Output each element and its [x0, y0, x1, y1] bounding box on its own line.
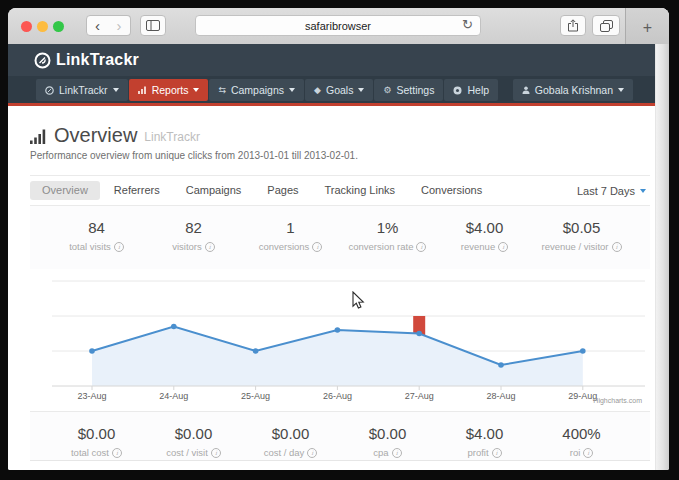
- stat-label: conversions: [259, 241, 310, 252]
- wrench-icon: ⚙: [383, 85, 391, 95]
- info-icon[interactable]: i: [498, 242, 508, 252]
- stats-row-top: 84 total visitsi 82 visitorsi 1 conversi…: [30, 206, 650, 269]
- menu-item-settings[interactable]: ⚙ Settings: [374, 79, 443, 101]
- forward-button[interactable]: ›: [108, 15, 131, 36]
- stat-label: roi: [570, 447, 581, 458]
- info-icon[interactable]: i: [307, 448, 317, 458]
- svg-text:Highcharts.com: Highcharts.com: [593, 397, 642, 405]
- stat-value: $4.00: [436, 219, 533, 236]
- info-icon[interactable]: i: [112, 448, 122, 458]
- show-tabs-button[interactable]: [592, 15, 620, 36]
- menu-item-campaigns[interactable]: ⇆ Campaigns: [209, 79, 304, 101]
- stat-revenue: $4.00 revenuei: [436, 219, 533, 269]
- info-icon[interactable]: i: [612, 242, 622, 252]
- menu-label: Goals: [326, 84, 353, 96]
- svg-text:26-Aug: 26-Aug: [323, 391, 352, 401]
- info-icon[interactable]: i: [392, 448, 402, 458]
- plus-icon: +: [643, 20, 652, 36]
- stat-label: cost / day: [264, 447, 305, 458]
- stat-value: 82: [145, 219, 242, 236]
- tab-conversions[interactable]: Conversions: [409, 181, 494, 200]
- page-header: Overview LinkTrackr Performance overview…: [30, 106, 650, 176]
- user-menu[interactable]: Gobala Krishnan: [513, 79, 633, 101]
- info-icon[interactable]: i: [312, 242, 322, 252]
- svg-text:28-Aug: 28-Aug: [486, 391, 515, 401]
- address-bar[interactable]: safaribrowser ↻: [195, 15, 481, 36]
- stat-total-cost: $0.00 total costi: [48, 425, 145, 460]
- svg-text:24-Aug: 24-Aug: [159, 391, 188, 401]
- tab-referrers[interactable]: Referrers: [102, 181, 172, 200]
- main-menu: LinkTrackr Reports ⇆ Campaigns ◆ Goals: [8, 76, 655, 103]
- sidebar-icon: [146, 20, 160, 31]
- menu-label: Reports: [152, 84, 189, 96]
- menu-label: Settings: [397, 84, 435, 96]
- refresh-icon[interactable]: ↻: [462, 17, 473, 32]
- tab-tracking-links[interactable]: Tracking Links: [313, 181, 408, 200]
- svg-text:23-Aug: 23-Aug: [77, 391, 106, 401]
- chevron-down-icon: [640, 189, 646, 193]
- info-icon[interactable]: i: [114, 242, 124, 252]
- stat-cost-day: $0.00 cost / dayi: [242, 425, 339, 460]
- new-tab-button[interactable]: +: [625, 8, 669, 44]
- link-icon: [45, 86, 54, 95]
- info-icon[interactable]: i: [211, 448, 221, 458]
- zoom-window-button[interactable]: [53, 21, 64, 32]
- scrollbar-track[interactable]: [655, 44, 669, 470]
- menu-item-help[interactable]: Help: [444, 79, 498, 101]
- user-icon: [522, 86, 530, 94]
- stat-visitors: 82 visitorsi: [145, 219, 242, 269]
- page-title-suffix: LinkTrackr: [144, 130, 200, 144]
- stat-roi: 400% roii: [533, 425, 630, 460]
- stat-label: cpa: [373, 447, 388, 458]
- share-icon: [567, 19, 579, 32]
- tab-overview[interactable]: Overview: [30, 181, 100, 200]
- share-button[interactable]: [560, 15, 586, 36]
- linktrackr-logo-icon: [34, 52, 51, 69]
- date-range-selector[interactable]: Last 7 Days: [577, 185, 646, 197]
- bar-chart-icon: [138, 86, 147, 94]
- menu-item-reports[interactable]: Reports: [129, 79, 209, 101]
- diamond-icon: ◆: [314, 85, 321, 95]
- sidebar-toggle-button[interactable]: [140, 15, 166, 36]
- stat-value: $0.00: [145, 425, 242, 442]
- user-name: Gobala Krishnan: [535, 84, 613, 96]
- stat-conversion-rate: 1% conversion ratei: [339, 219, 436, 269]
- info-icon[interactable]: i: [205, 242, 215, 252]
- stats-row-bottom: $0.00 total costi $0.00 cost / visiti $0…: [30, 412, 650, 461]
- stat-value: 400%: [533, 425, 630, 442]
- stat-label: revenue / visitor: [541, 241, 608, 252]
- info-icon[interactable]: i: [492, 448, 502, 458]
- area-chart-canvas: 23-Aug24-Aug25-Aug26-Aug27-Aug28-Aug29-A…: [30, 269, 650, 409]
- stat-value: 1: [242, 219, 339, 236]
- svg-text:25-Aug: 25-Aug: [241, 391, 270, 401]
- stat-label: total cost: [71, 447, 109, 458]
- brand-logo[interactable]: LinkTrackr: [34, 51, 139, 69]
- chevron-down-icon: [193, 88, 199, 92]
- top-navbar: LinkTrackr: [8, 44, 655, 76]
- svg-text:27-Aug: 27-Aug: [405, 391, 434, 401]
- menu-item-linktrackr[interactable]: LinkTrackr: [36, 79, 128, 101]
- forward-icon: ›: [117, 17, 122, 34]
- tab-pages[interactable]: Pages: [255, 181, 310, 200]
- stat-value: $0.00: [339, 425, 436, 442]
- info-icon[interactable]: i: [416, 242, 426, 252]
- stat-label: cost / visit: [166, 447, 208, 458]
- stat-cpa: $0.00 cpai: [339, 425, 436, 460]
- overview-chart-icon: [30, 128, 47, 144]
- close-window-button[interactable]: [21, 21, 32, 32]
- stat-conversions: 1 conversionsi: [242, 219, 339, 269]
- report-tabs: Overview Referrers Campaigns Pages Track…: [30, 176, 650, 206]
- tab-campaigns[interactable]: Campaigns: [174, 181, 254, 200]
- shuffle-icon: ⇆: [218, 85, 226, 95]
- browser-window: ‹ › safaribrowser ↻: [8, 8, 669, 470]
- menu-item-goals[interactable]: ◆ Goals: [305, 79, 373, 101]
- tabs-icon: [600, 20, 613, 32]
- info-icon[interactable]: i: [583, 448, 593, 458]
- back-button[interactable]: ‹: [86, 15, 109, 36]
- stat-value: 84: [48, 219, 145, 236]
- stat-revenue-visitor: $0.05 revenue / visitori: [533, 219, 630, 269]
- stat-label: visitors: [172, 241, 202, 252]
- address-text: safaribrowser: [305, 20, 371, 32]
- minimize-window-button[interactable]: [37, 21, 48, 32]
- chevron-down-icon: [113, 88, 119, 92]
